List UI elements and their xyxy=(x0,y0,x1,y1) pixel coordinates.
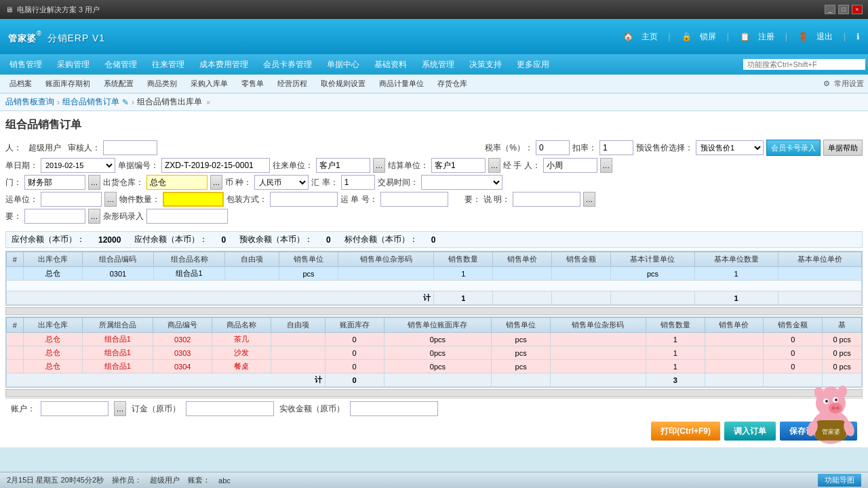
nav-orders[interactable]: 单据中心 xyxy=(320,56,366,73)
to-unit-input[interactable] xyxy=(316,158,370,173)
lower-td-name-2: 沙发 xyxy=(212,346,271,360)
settle-unit-btn[interactable]: … xyxy=(488,158,500,173)
save-btn[interactable]: 保存订单（F6） xyxy=(780,422,857,441)
discount-input[interactable] xyxy=(599,140,633,155)
toolbar-retail[interactable]: 零售单 xyxy=(236,77,269,90)
dept-btn[interactable]: … xyxy=(88,175,100,190)
ship-unit-input[interactable] xyxy=(41,192,102,207)
nav-bar: 销售管理 采购管理 仓储管理 往来管理 成本费用管理 会员卡券管理 单据中心 基… xyxy=(0,54,868,75)
operator-person-input[interactable] xyxy=(543,158,597,173)
item-count-input[interactable] xyxy=(163,192,224,207)
nav-warehouse[interactable]: 仓储管理 xyxy=(98,56,144,73)
import-btn[interactable]: 调入订单 xyxy=(724,422,776,441)
account-input[interactable] xyxy=(41,401,108,416)
ship-no-input[interactable] xyxy=(380,192,448,207)
warehouse-input[interactable] xyxy=(146,175,208,190)
nav-system[interactable]: 系统管理 xyxy=(415,56,461,73)
nav-sales[interactable]: 销售管理 xyxy=(3,56,49,73)
home-link[interactable]: 主页 xyxy=(642,31,658,43)
logout-link[interactable]: 退出 xyxy=(816,31,833,43)
remark-btn[interactable]: … xyxy=(583,192,595,207)
nav-purchase[interactable]: 采购管理 xyxy=(50,56,96,73)
nav-more[interactable]: 更多应用 xyxy=(510,56,556,73)
lower-td-warehouse-2: 总仓 xyxy=(23,346,82,360)
review-input[interactable] xyxy=(103,140,157,155)
upper-footer-sale-amount xyxy=(552,291,611,305)
toolbar-sys-config[interactable]: 系统配置 xyxy=(98,77,139,90)
nav-transactions[interactable]: 往来管理 xyxy=(145,56,191,73)
help-btn[interactable]: 单据帮助 xyxy=(823,140,863,156)
currency-select[interactable]: 人民币 xyxy=(254,175,309,190)
toolbar-history[interactable]: 经营历程 xyxy=(272,77,313,90)
order-num-input[interactable] xyxy=(161,158,270,173)
status-bar: 2月15日 星期五 20时45分2秒 操作员： 超级用户 账套： abc 功能导… xyxy=(0,472,868,488)
lower-table-row-3[interactable]: 总仓 组合品1 0304 餐桌 0 0pcs pcs 1 0 0 pcs xyxy=(7,360,862,373)
toolbar-account-init[interactable]: 账面库存期初 xyxy=(40,77,96,90)
upper-footer-base-unit xyxy=(611,291,694,305)
upper-table-row[interactable]: 总仓 0301 组合品1 pcs 1 pcs 1 xyxy=(7,267,862,281)
member-card-btn[interactable]: 会员卡号录入 xyxy=(766,140,821,156)
print-btn[interactable]: 打印(Ctrl+F9) xyxy=(651,422,720,441)
register-link[interactable]: 注册 xyxy=(758,31,774,43)
toolbar-inventory[interactable]: 存货仓库 xyxy=(432,77,473,90)
nav-member[interactable]: 会员卡券管理 xyxy=(256,56,319,73)
actual-amount-input[interactable] xyxy=(350,401,438,416)
maximize-btn[interactable]: □ xyxy=(838,5,849,14)
breadcrumb-combo-sales[interactable]: 组合品销售订单 xyxy=(62,96,119,108)
upper-hscroll[interactable] xyxy=(5,307,863,315)
currency-label: 币 种： xyxy=(225,177,252,188)
remark-input[interactable] xyxy=(513,192,580,207)
account-btn[interactable]: … xyxy=(114,401,126,416)
toolbar-product-category[interactable]: 商品类别 xyxy=(142,77,182,90)
tax-rate-input[interactable] xyxy=(536,140,570,155)
toolbar-purchase-entry[interactable]: 采购入库单 xyxy=(185,77,233,90)
nav-cost[interactable]: 成本费用管理 xyxy=(193,56,255,73)
toolbar-settings[interactable]: ⚙ 常用设置 xyxy=(823,79,864,89)
order-amount-input[interactable] xyxy=(186,401,274,416)
breadcrumb-close-btn[interactable]: × xyxy=(206,98,210,106)
ship-unit-btn[interactable]: … xyxy=(104,192,117,207)
pack-method-input[interactable] xyxy=(270,192,338,207)
remark2-input[interactable] xyxy=(24,209,85,224)
close-btn[interactable]: × xyxy=(852,5,863,14)
trade-time-select[interactable] xyxy=(421,175,502,190)
lower-hscroll[interactable] xyxy=(5,389,863,397)
upper-footer-sale-qty: 1 xyxy=(434,291,493,305)
remark-desc-label: 说 明： xyxy=(484,194,510,205)
minimize-btn[interactable]: _ xyxy=(825,5,835,14)
settle-unit-input[interactable] xyxy=(431,158,486,173)
operator-person-btn[interactable]: … xyxy=(600,158,612,173)
toolbar-product-archive[interactable]: 品档案 xyxy=(4,77,37,90)
nav-basic[interactable]: 基础资料 xyxy=(368,56,414,73)
remark2-btn[interactable]: … xyxy=(88,209,100,224)
form-row-4: 运单位： … 物件数量： 包装方式： 运 单 号： 要： 说 明： … xyxy=(5,192,863,207)
toolbar: 品档案 账面库存期初 系统配置 商品类别 采购入库单 零售单 经营历程 取价规则… xyxy=(0,75,868,94)
barcode-input[interactable] xyxy=(146,209,228,224)
lower-table-row-1[interactable]: 总仓 组合品1 0302 茶几 0 0pcs pcs 1 0 0 pcs xyxy=(7,333,862,346)
dept-input[interactable] xyxy=(24,175,85,190)
lower-td-free-2 xyxy=(271,346,325,360)
nav-decision[interactable]: 决策支持 xyxy=(462,56,509,73)
upper-td-sale-qty: 1 xyxy=(434,267,493,281)
toolbar-price-rule[interactable]: 取价规则设置 xyxy=(315,77,371,90)
upper-td-base-price xyxy=(778,267,861,281)
lower-table-row-2[interactable]: 总仓 组合品1 0303 沙发 0 0pcs pcs 1 0 0 pcs xyxy=(7,346,862,360)
date-select[interactable]: 2019-02-15 xyxy=(41,158,115,173)
lock-link[interactable]: 锁屏 xyxy=(700,31,716,43)
upper-th-base-qty: 基本单位数量 xyxy=(694,252,778,267)
price-select[interactable]: 预设售价1 xyxy=(696,140,764,155)
breadcrumb-sales-query[interactable]: 品销售板查询 xyxy=(5,96,54,108)
to-unit-btn[interactable]: … xyxy=(373,158,385,173)
nav-search-input[interactable] xyxy=(743,59,865,70)
help-map-btn[interactable]: 功能导图 xyxy=(818,474,861,487)
advance-value: 0 xyxy=(326,235,331,245)
warehouse-btn[interactable]: … xyxy=(210,175,222,190)
lower-td-sale-amount-1: 0 xyxy=(764,333,823,346)
to-unit-label: 往来单位： xyxy=(273,160,313,171)
lower-table: # 出库仓库 所属组合品 商品编号 商品名称 自由项 账面库存 销售单位账面库存… xyxy=(6,317,862,387)
upper-table-empty-row xyxy=(7,281,862,291)
discount-label: 扣率： xyxy=(572,142,597,154)
exchange-input[interactable] xyxy=(341,175,375,190)
upper-td-sale-unit-code xyxy=(338,267,434,281)
toolbar-uom[interactable]: 商品计量单位 xyxy=(374,77,429,90)
